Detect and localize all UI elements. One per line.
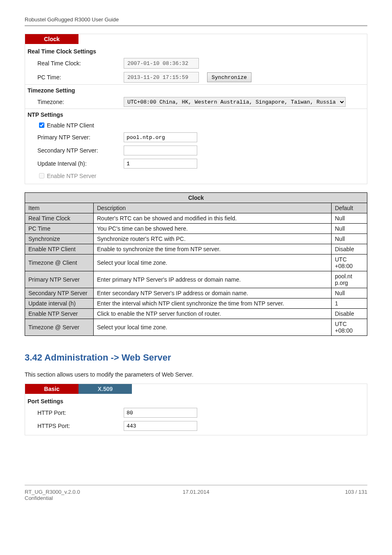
update-interval-row: Update Interval (h): (25, 157, 367, 170)
secondary-ntp-row: Secondary NTP Server: (25, 144, 367, 157)
cell-def: 1 (332, 298, 367, 309)
cell-desc: Click to enable the NTP server function … (94, 309, 332, 319)
clock-table-body: Item Description Default Real Time Clock… (25, 203, 367, 336)
synchronize-button[interactable]: Synchronize (207, 72, 251, 82)
th-desc: Description (94, 203, 332, 213)
table-head-row: Item Description Default (25, 203, 367, 213)
pctime-row: PC Time: 2013-11-20 17:15:59 Synchronize (25, 70, 367, 84)
footer-left: RT_UG_R3000_v.2.0.0 (25, 489, 139, 495)
primary-ntp-row: Primary NTP Server: (25, 131, 367, 144)
secondary-ntp-label: Secondary NTP Server: (37, 147, 124, 154)
enable-ntp-client-row: Enable NTP Client (25, 120, 367, 131)
footer-right: 103 / 131 (253, 489, 367, 495)
table-row: Update interval (h)Enter the interval wh… (25, 298, 367, 309)
footer-divider (25, 485, 367, 486)
timezone-select[interactable]: UTC+08:00 China, HK, Western Australia, … (124, 97, 346, 107)
cell-item: Secondary NTP Server (25, 288, 94, 298)
cell-item: Real Time Clock (25, 213, 94, 224)
cell-desc: Enter secondary NTP Server's IP address … (94, 288, 332, 298)
enable-ntp-server-label: Enable NTP Server (47, 173, 96, 179)
cell-item: PC Time (25, 224, 94, 234)
section-heading: 3.42 Administration -> Web Server (25, 352, 367, 363)
webserver-panel: Basic X.509 Port Settings HTTP Port: HTT… (25, 384, 367, 435)
cell-def: Null (332, 213, 367, 224)
cell-def: Null (332, 288, 367, 298)
table-row: PC TimeYou PC's time can be showed here.… (25, 224, 367, 234)
cell-desc: Select your local time zone. (94, 319, 332, 336)
tz-row: Timezone: UTC+08:00 China, HK, Western A… (25, 95, 367, 109)
enable-ntp-client-checkbox[interactable] (39, 123, 44, 128)
cell-def: UTC +08:00 (332, 254, 367, 271)
table-row: Timezone @ ServerSelect your local time … (25, 319, 367, 336)
cell-def: pool.nt p.org (332, 271, 367, 288)
cell-item: Enable NTP Client (25, 244, 94, 254)
cell-desc: Select your local time zone. (94, 254, 332, 271)
cell-def: Null (332, 234, 367, 244)
cell-item: Update interval (h) (25, 298, 94, 309)
table-row: Timezone @ ClientSelect your local time … (25, 254, 367, 271)
rtc-label: Real Time Clock: (37, 60, 124, 67)
table-row: Primary NTP ServerEnter primary NTP Serv… (25, 271, 367, 288)
clock-panel: Clock Real Time Clock Settings Real Time… (25, 34, 367, 184)
cell-desc: Synchronize router's RTC with PC. (94, 234, 332, 244)
tz-label: Timezone: (37, 99, 124, 105)
cell-def: Null (332, 224, 367, 234)
clock-tabbar: Clock (25, 34, 367, 44)
http-port-row: HTTP Port: (25, 406, 367, 419)
cell-desc: Enter primary NTP Server's IP address or… (94, 271, 332, 288)
th-item: Item (25, 203, 94, 213)
footer-row: RT_UG_R3000_v.2.0.0 17.01.2014 103 / 131 (25, 487, 367, 495)
primary-ntp-input[interactable] (124, 132, 197, 142)
cell-desc: Enable to synchronize the time from NTP … (94, 244, 332, 254)
page-header: Robustel GoRugged R3000 User Guide (25, 16, 367, 25)
table-row: SynchronizeSynchronize router's RTC with… (25, 234, 367, 244)
update-interval-input[interactable] (124, 159, 197, 169)
cell-item: Enable NTP Server (25, 309, 94, 319)
update-interval-label: Update Interval (h): (37, 160, 124, 167)
rtc-row: Real Time Clock: 2007-01-10 08:36:32 (25, 56, 367, 70)
footer: RT_UG_R3000_v.2.0.0 17.01.2014 103 / 131… (25, 485, 367, 501)
table-row: Secondary NTP ServerEnter secondary NTP … (25, 288, 367, 298)
cell-item: Synchronize (25, 234, 94, 244)
cell-def: Disable (332, 244, 367, 254)
clock-desc-table: Clock Item Description Default Real Time… (25, 192, 367, 336)
footer-sub: Confidential (25, 495, 367, 501)
enable-ntp-server-row: Enable NTP Server (25, 170, 367, 184)
enable-ntp-client-label: Enable NTP Client (47, 122, 94, 129)
cell-desc: Router's RTC can be showed and modified … (94, 213, 332, 224)
cell-def: Disable (332, 309, 367, 319)
webserver-tabbar: Basic X.509 (25, 384, 367, 394)
tab-basic[interactable]: Basic (25, 384, 78, 394)
section-intro: This section allows users to modify the … (25, 371, 367, 378)
pctime-label: PC Time: (37, 74, 124, 81)
table-row: Enable NTP ServerClick to enable the NTP… (25, 309, 367, 319)
cell-item: Timezone @ Client (25, 254, 94, 271)
https-port-input[interactable] (124, 421, 197, 431)
ntp-section-title: NTP Settings (25, 109, 367, 120)
primary-ntp-label: Primary NTP Server: (37, 134, 124, 141)
header-divider (25, 25, 367, 26)
th-default: Default (332, 203, 367, 213)
cell-desc: Enter the interval which NTP client sync… (94, 298, 332, 309)
tab-clock[interactable]: Clock (25, 34, 78, 44)
https-port-label: HTTPS Port: (37, 423, 124, 429)
cell-desc: You PC's time can be showed here. (94, 224, 332, 234)
tz-section-title: Timezone Setting (25, 84, 367, 95)
rtc-value: 2007-01-10 08:36:32 (124, 58, 199, 69)
footer-center: 17.01.2014 (139, 489, 253, 495)
http-port-input[interactable] (124, 408, 197, 418)
clock-table-title: Clock (25, 193, 367, 203)
table-row: Enable NTP ClientEnable to synchronize t… (25, 244, 367, 254)
cell-item: Timezone @ Server (25, 319, 94, 336)
secondary-ntp-input[interactable] (124, 146, 197, 155)
tab-x509[interactable]: X.509 (78, 384, 132, 394)
http-port-label: HTTP Port: (37, 409, 124, 416)
cell-item: Primary NTP Server (25, 271, 94, 288)
table-row: Real Time ClockRouter's RTC can be showe… (25, 213, 367, 224)
enable-ntp-server-checkbox[interactable] (39, 173, 44, 178)
rtc-section-title: Real Time Clock Settings (25, 44, 367, 56)
https-port-row: HTTPS Port: (25, 419, 367, 435)
pctime-value: 2013-11-20 17:15:59 (124, 72, 199, 83)
cell-def: UTC +08:00 (332, 319, 367, 336)
port-settings-title: Port Settings (25, 394, 367, 406)
